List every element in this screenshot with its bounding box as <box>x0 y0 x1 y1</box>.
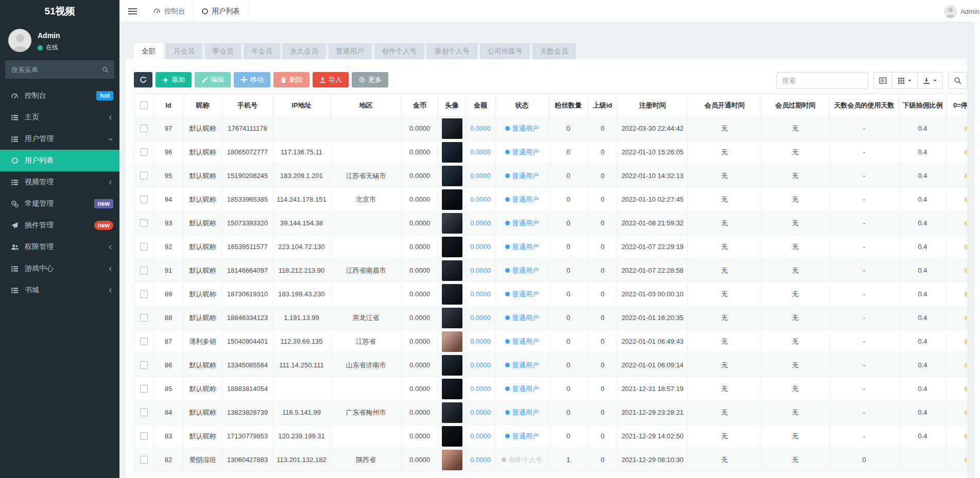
column-header-注册时间[interactable]: 注册时间 <box>617 94 688 117</box>
column-header-IP地址[interactable]: IP地址 <box>273 94 331 117</box>
row-checkbox[interactable] <box>140 267 148 274</box>
amount-link[interactable]: 0.0000 <box>470 290 491 298</box>
enabled-toggle[interactable] <box>964 197 967 202</box>
enabled-toggle[interactable] <box>964 386 967 392</box>
more-button[interactable]: 更多 <box>352 72 388 87</box>
scrollbar[interactable] <box>974 23 980 478</box>
column-header-手机号[interactable]: 手机号 <box>222 94 273 117</box>
amount-link[interactable]: 0.0000 <box>470 338 491 345</box>
row-checkbox[interactable] <box>140 172 148 180</box>
amount-link[interactable]: 0.0000 <box>470 409 491 416</box>
filter-tab-全部[interactable]: 全部 <box>134 43 163 59</box>
row-checkbox[interactable] <box>140 125 148 132</box>
sidebar-item-书城[interactable]: 书城 <box>0 279 119 301</box>
enabled-toggle[interactable] <box>964 339 967 344</box>
column-header-下级抽佣比例[interactable]: 下级抽佣比例 <box>899 94 947 117</box>
filter-tab-季会员[interactable]: 季会员 <box>205 43 242 59</box>
sidebar-search[interactable] <box>5 60 114 79</box>
column-header-头像[interactable]: 头像 <box>438 94 466 117</box>
nav-tab-控制台[interactable]: 控制台 <box>145 0 193 22</box>
row-checkbox[interactable] <box>140 148 148 156</box>
sidebar-item-控制台[interactable]: 控制台hot <box>0 85 119 107</box>
column-header-checkbox[interactable] <box>134 94 154 117</box>
filter-tab-月会员[interactable]: 月会员 <box>166 43 202 59</box>
enabled-toggle[interactable] <box>964 126 967 131</box>
amount-link[interactable]: 0.0000 <box>470 267 491 274</box>
columns-button[interactable] <box>892 72 917 89</box>
detail-view-button[interactable] <box>873 72 892 89</box>
enabled-toggle[interactable] <box>964 244 967 250</box>
sidebar-item-用户管理[interactable]: 用户管理 <box>0 128 119 150</box>
column-header-粉丝数量[interactable]: 粉丝数量 <box>549 94 588 117</box>
sidebar-item-视频管理[interactable]: 视频管理 <box>0 171 119 193</box>
enabled-toggle[interactable] <box>964 410 967 415</box>
import-button[interactable]: 导入 <box>313 72 349 87</box>
enabled-toggle[interactable] <box>964 292 967 297</box>
column-header-会员开通时间[interactable]: 会员开通时间 <box>688 94 762 117</box>
hamburger-icon[interactable] <box>119 0 145 22</box>
amount-link[interactable]: 0.0000 <box>470 125 491 132</box>
amount-link[interactable]: 0.0000 <box>470 172 491 180</box>
row-checkbox[interactable] <box>140 456 148 464</box>
amount-link[interactable]: 0.0000 <box>470 219 491 227</box>
sidebar-item-插件管理[interactable]: 插件管理new <box>0 215 119 236</box>
column-header-天数会员的使用天数[interactable]: 天数会员的使用天数 <box>830 94 899 117</box>
sidebar-item-游戏中心[interactable]: 游戏中心 <box>0 258 119 279</box>
enabled-toggle[interactable] <box>964 457 967 463</box>
enabled-toggle[interactable] <box>964 221 967 226</box>
sidebar-search-input[interactable] <box>11 66 102 74</box>
column-header-Id[interactable]: Id <box>154 94 183 117</box>
sidebar-item-用户列表[interactable]: 用户列表 <box>0 150 119 171</box>
move-button[interactable]: 移动 <box>234 72 270 87</box>
column-header-上级id[interactable]: 上级id <box>588 94 617 117</box>
enabled-toggle[interactable] <box>964 315 967 321</box>
row-checkbox[interactable] <box>140 338 148 345</box>
amount-link[interactable]: 0.0000 <box>470 314 491 322</box>
filter-tab-普通用户[interactable]: 普通用户 <box>329 43 372 59</box>
row-checkbox[interactable] <box>140 243 148 251</box>
filter-tab-年会员[interactable]: 年会员 <box>244 43 280 59</box>
column-header-0=停用[interactable]: 0=停用 <box>947 94 968 117</box>
row-checkbox[interactable] <box>140 409 148 416</box>
enabled-toggle[interactable] <box>964 434 967 439</box>
enabled-toggle[interactable] <box>964 173 967 179</box>
filter-tab-公司传媒号[interactable]: 公司传媒号 <box>480 43 530 59</box>
column-header-金币[interactable]: 金币 <box>402 94 438 117</box>
search-button[interactable] <box>948 72 967 89</box>
filter-tab-天数会员[interactable]: 天数会员 <box>532 43 576 59</box>
amount-link[interactable]: 0.0000 <box>470 196 491 203</box>
column-header-状态[interactable]: 状态 <box>495 94 549 117</box>
nav-tab-用户列表[interactable]: 用户列表 <box>193 0 248 22</box>
column-header-地区[interactable]: 地区 <box>331 94 402 117</box>
sidebar-item-主页[interactable]: 主页 <box>0 107 119 128</box>
amount-link[interactable]: 0.0000 <box>470 361 491 369</box>
edit-button[interactable]: 编辑 <box>195 72 231 87</box>
delete-button[interactable]: 删除 <box>273 72 310 87</box>
column-header-昵称[interactable]: 昵称 <box>183 94 222 117</box>
row-checkbox[interactable] <box>140 219 148 227</box>
enabled-toggle[interactable] <box>964 150 967 155</box>
row-checkbox[interactable] <box>140 385 148 393</box>
export-button[interactable] <box>917 72 943 89</box>
sidebar-item-常规管理[interactable]: 常规管理new <box>0 193 119 215</box>
column-header-金额[interactable]: 金额 <box>466 94 495 117</box>
row-checkbox[interactable] <box>140 432 148 440</box>
row-checkbox[interactable] <box>140 361 148 369</box>
row-checkbox[interactable] <box>140 290 148 298</box>
enabled-toggle[interactable] <box>964 268 967 273</box>
filter-tab-原创个人号[interactable]: 原创个人号 <box>427 43 477 59</box>
row-checkbox[interactable] <box>140 314 148 322</box>
sidebar-item-权限管理[interactable]: 权限管理 <box>0 236 119 258</box>
amount-link[interactable]: 0.0000 <box>470 432 491 440</box>
table-search-input[interactable] <box>777 72 868 89</box>
amount-link[interactable]: 0.0000 <box>470 243 491 251</box>
add-button[interactable]: 添加 <box>156 72 192 87</box>
amount-link[interactable]: 0.0000 <box>470 385 491 393</box>
filter-tab-创作个人号[interactable]: 创作个人号 <box>374 43 425 59</box>
navbar-user[interactable]: Admin <box>944 0 980 23</box>
refresh-button[interactable] <box>134 72 152 87</box>
amount-link[interactable]: 0.0000 <box>470 148 491 156</box>
select-all-checkbox[interactable] <box>140 101 148 109</box>
enabled-toggle[interactable] <box>964 363 967 368</box>
column-header-会员过期时间[interactable]: 会员过期时间 <box>762 94 830 117</box>
